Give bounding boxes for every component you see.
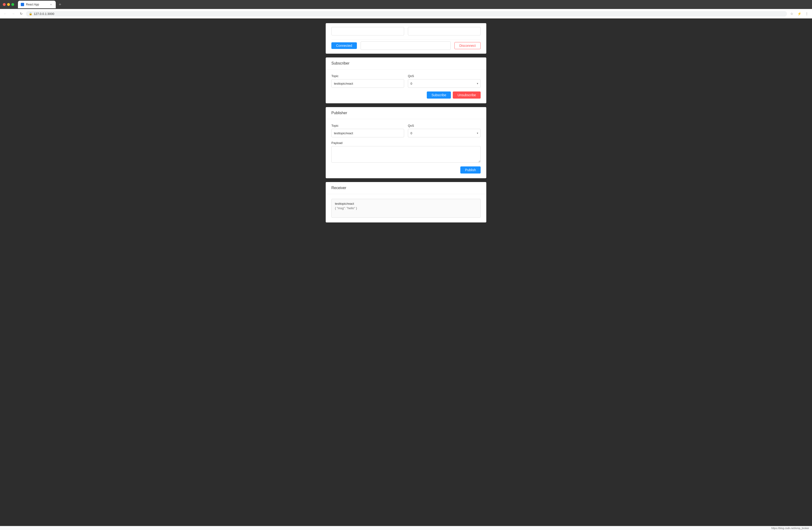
subscriber-qos-label: QoS [408, 74, 481, 78]
receiver-title: Receiver [331, 186, 346, 190]
subscriber-card: Subscriber Topic QoS 0 1 2 [326, 57, 486, 103]
main-container: Connected Disconnect Subscriber Topic Qo… [326, 23, 486, 521]
subscriber-qos-group: QoS 0 1 2 ▾ [408, 74, 481, 88]
connection-card: Connected Disconnect [326, 23, 486, 54]
connection-inputs-row [331, 27, 481, 36]
tab-favicon-icon [21, 3, 24, 6]
publish-button[interactable]: Publish [460, 166, 481, 173]
subscriber-title: Subscriber [331, 61, 349, 65]
browser-chrome: React App × + ← → ↻ 🔒 ☆ ⚡ ⋮ [0, 0, 812, 18]
unsubscribe-button[interactable]: Unsubscribe [453, 92, 481, 99]
maximize-window-button[interactable] [11, 3, 14, 6]
extensions-icon[interactable]: ⚡ [796, 10, 802, 17]
receiver-card: Receiver testtopic/react { "msg": "hello… [326, 182, 486, 222]
receiver-header: Receiver [326, 182, 486, 194]
bookmark-icon[interactable]: ☆ [788, 10, 795, 17]
publisher-form-row: Topic QoS 0 1 2 ▾ [331, 124, 481, 137]
new-tab-button[interactable]: + [57, 1, 63, 8]
subscriber-header: Subscriber [326, 57, 486, 70]
tab-close-button[interactable]: × [49, 3, 53, 6]
receiver-message-text: { "msg": "hello" } [335, 206, 477, 210]
disconnect-button[interactable]: Disconnect [454, 42, 481, 49]
subscriber-form-row: Topic QoS 0 1 2 ▾ [331, 74, 481, 88]
connection-input-2[interactable] [408, 27, 481, 36]
publisher-card: Publisher Topic QoS 0 1 2 [326, 107, 486, 178]
menu-icon[interactable]: ⋮ [803, 10, 810, 17]
subscriber-topic-label: Topic [331, 74, 404, 78]
lock-icon: 🔒 [29, 12, 32, 15]
publisher-payload-textarea[interactable] [331, 146, 481, 163]
forward-button[interactable]: → [10, 10, 16, 17]
publisher-payload-group: Payload [331, 141, 481, 163]
connection-input-mid[interactable] [361, 41, 451, 50]
connected-button[interactable]: Connected [331, 42, 357, 49]
publisher-title: Publisher [331, 111, 347, 115]
subscribe-button[interactable]: Subscribe [427, 92, 451, 99]
subscriber-qos-select[interactable]: 0 1 2 [408, 79, 481, 88]
subscriber-body: Topic QoS 0 1 2 ▾ [326, 70, 486, 103]
toolbar-icons: ☆ ⚡ ⋮ [788, 10, 810, 17]
publisher-qos-select-wrap: 0 1 2 ▾ [408, 129, 481, 137]
refresh-button[interactable]: ↻ [18, 10, 25, 17]
publisher-actions: Publish [331, 166, 481, 173]
publisher-topic-input[interactable] [331, 129, 404, 137]
subscriber-topic-input[interactable] [331, 79, 404, 88]
publisher-qos-select[interactable]: 0 1 2 [408, 129, 481, 137]
publisher-qos-group: QoS 0 1 2 ▾ [408, 124, 481, 137]
publisher-payload-label: Payload [331, 141, 481, 145]
connection-input-1[interactable] [331, 27, 404, 36]
address-bar: ← → ↻ 🔒 ☆ ⚡ ⋮ [0, 9, 812, 18]
page-content: Connected Disconnect Subscriber Topic Qo… [0, 18, 812, 526]
subscriber-qos-select-wrap: 0 1 2 ▾ [408, 79, 481, 88]
publisher-qos-label: QoS [408, 124, 481, 127]
publisher-header: Publisher [326, 107, 486, 119]
receiver-content: testtopic/react { "msg": "hello" } [331, 199, 481, 218]
subscriber-topic-group: Topic [331, 74, 404, 88]
title-bar: React App × + [0, 0, 812, 9]
status-bar: https://blog.csdn.net/emp_broker [0, 526, 812, 530]
publisher-topic-label: Topic [331, 124, 404, 127]
tab-title-text: React App [26, 3, 47, 6]
connection-actions-row: Connected Disconnect [331, 39, 481, 50]
tab-bar: React App × + [16, 1, 65, 8]
receiver-topic-text: testtopic/react [335, 202, 477, 206]
minimize-window-button[interactable] [7, 3, 10, 6]
browser-tab[interactable]: React App × [18, 1, 56, 8]
subscriber-actions: Subscribe Unsubscribe [331, 92, 481, 99]
address-input[interactable] [34, 12, 784, 16]
status-url: https://blog.csdn.net/emp_broker [771, 527, 809, 530]
window-controls [3, 3, 14, 6]
back-button[interactable]: ← [2, 10, 9, 17]
receiver-body: testtopic/react { "msg": "hello" } [326, 194, 486, 222]
publisher-body: Topic QoS 0 1 2 ▾ [326, 119, 486, 178]
address-input-wrap: 🔒 [26, 11, 787, 16]
publisher-topic-group: Topic [331, 124, 404, 137]
close-window-button[interactable] [3, 3, 6, 6]
